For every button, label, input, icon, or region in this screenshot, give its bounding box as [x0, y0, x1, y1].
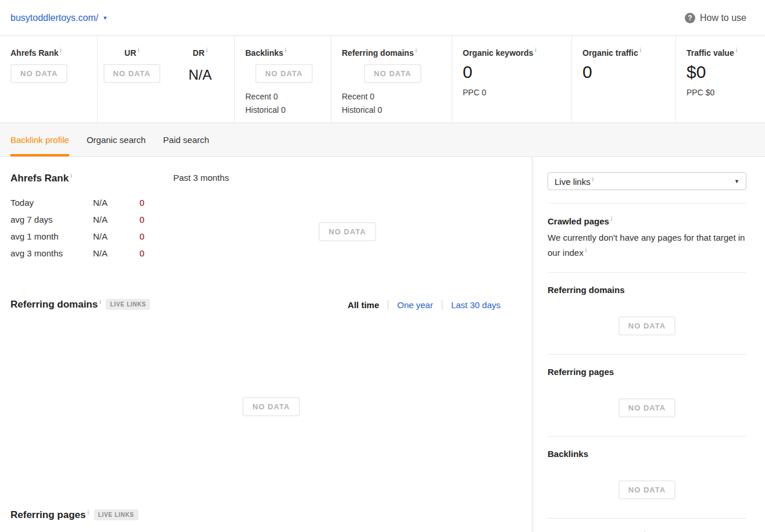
sidebar-backlinks-section: Backlinks NO DATA — [548, 437, 746, 499]
ppc-line: PPC $0 — [687, 88, 757, 97]
domain-selector[interactable]: busytoddlertoys.com/ ▼ — [10, 13, 108, 23]
info-icon[interactable]: i — [592, 176, 594, 183]
row-count: 0 — [140, 194, 144, 211]
report-tabs: Backlink profile Organic search Paid sea… — [0, 123, 765, 157]
tab-paid-search[interactable]: Paid search — [163, 123, 209, 156]
how-to-use-label: How to use — [700, 13, 746, 23]
site-explorer-page: busytoddlertoys.com/ ▼ ? How to use Ahre… — [0, 0, 765, 532]
row-label: avg 7 days — [10, 211, 93, 228]
info-icon[interactable]: i — [611, 216, 612, 222]
info-icon[interactable]: i — [736, 47, 737, 53]
metric-ur: URi NO DATA — [98, 47, 166, 123]
ppc-line: PPC 0 — [463, 88, 563, 97]
chart-period-label: Past 3 months — [173, 173, 229, 184]
main-column: Ahrefs Ranki Past 3 months Today N/A 0 a… — [0, 157, 532, 532]
row-label: avg 3 months — [10, 245, 93, 262]
info-icon[interactable]: i — [70, 173, 72, 179]
info-icon[interactable]: i — [206, 47, 208, 53]
table-row: avg 1 month N/A 0 — [10, 228, 163, 245]
referring-domains-chart-area: NO DATA — [10, 310, 532, 502]
info-icon[interactable]: i — [60, 47, 61, 53]
no-data-badge: NO DATA — [255, 64, 312, 83]
historical-line: Historical 0 — [342, 103, 444, 117]
live-links-badge: LIVE LINKS — [106, 299, 150, 310]
chevron-down-icon: ▼ — [734, 178, 739, 184]
referring-pages-section: Referring pagesiLIVE LINKS — [10, 509, 532, 521]
section-title: Referring domains — [10, 299, 98, 310]
metric-referring-domains: Referring domainsi NO DATA Recent 0 Hist… — [331, 36, 452, 123]
info-icon[interactable]: i — [99, 299, 101, 305]
row-value: N/A — [93, 228, 140, 245]
no-data-badge: NO DATA — [364, 64, 421, 83]
info-icon[interactable]: i — [640, 47, 641, 53]
section-title: Ahrefs Rank — [10, 173, 69, 184]
metric-label: Ahrefs Ranki — [10, 47, 89, 58]
sidebar-referring-domains-section: Referring domains NO DATA — [548, 273, 746, 335]
row-value: N/A — [93, 245, 140, 262]
metric-ur-dr: URi NO DATA DRi N/A — [98, 36, 235, 123]
row-count: 0 — [140, 228, 144, 245]
metric-backlinks: Backlinksi NO DATA Recent 0 Historical 0 — [235, 36, 331, 123]
recent-line: Recent 0 — [245, 90, 323, 103]
row-count: 0 — [140, 211, 144, 228]
filter-separator — [442, 300, 442, 310]
empty-index-message: We currently don't have any pages for th… — [548, 231, 746, 259]
row-count: 0 — [140, 245, 144, 262]
row-label: Today — [10, 194, 93, 211]
crawled-pages-section: Crawled pagesi We currently don't have a… — [548, 203, 746, 259]
row-label: avg 1 month — [10, 228, 93, 245]
row-value: N/A — [93, 194, 140, 211]
info-icon[interactable]: i — [416, 47, 417, 53]
help-icon: ? — [685, 13, 695, 23]
no-data-badge: NO DATA — [319, 222, 376, 241]
live-links-select[interactable]: Live linksi ▼ — [548, 172, 746, 190]
metric-dr: DRi N/A — [166, 47, 235, 123]
filter-all-time[interactable]: All time — [348, 300, 379, 310]
info-icon[interactable]: i — [535, 47, 536, 53]
table-row: avg 7 days N/A 0 — [10, 211, 163, 228]
no-data-badge: NO DATA — [242, 397, 299, 416]
tab-organic-search[interactable]: Organic search — [87, 123, 146, 156]
no-data-badge: NO DATA — [103, 64, 160, 83]
tab-backlink-profile[interactable]: Backlink profile — [10, 123, 69, 156]
section-title: Backlinks — [548, 449, 746, 459]
sidebar: Live linksi ▼ Crawled pagesi We currentl… — [532, 157, 765, 532]
no-data-badge: NO DATA — [619, 480, 675, 499]
section-title: Crawled pagesi — [548, 216, 746, 226]
metric-label: Referring domainsi — [342, 47, 444, 58]
metric-ahrefs-rank: Ahrefs Ranki NO DATA — [0, 36, 98, 123]
filter-last-30-days[interactable]: Last 30 days — [451, 300, 501, 310]
filter-separator — [388, 300, 388, 310]
recent-line: Recent 0 — [342, 90, 444, 103]
section-title: Referring pages — [10, 509, 85, 520]
live-links-badge: LIVE LINKS — [94, 509, 138, 520]
metric-traffic-value: Traffic valuei $0 PPC $0 — [676, 36, 765, 123]
metric-label: Organic traffici — [582, 47, 667, 58]
metric-organic-keywords: Organic keywordsi 0 PPC 0 — [452, 36, 572, 123]
metric-label: Traffic valuei — [687, 47, 757, 58]
info-icon[interactable]: i — [285, 47, 286, 53]
ahrefs-rank-chart-area: NO DATA — [163, 194, 532, 269]
select-value: Live links — [555, 177, 591, 187]
filter-one-year[interactable]: One year — [397, 300, 433, 310]
no-data-badge: NO DATA — [619, 316, 675, 335]
content: Ahrefs Ranki Past 3 months Today N/A 0 a… — [0, 157, 765, 532]
time-range-filters: All time One year Last 30 days — [348, 300, 501, 310]
metric-sublines: Recent 0 Historical 0 — [245, 90, 323, 117]
ahrefs-rank-section: Ahrefs Ranki Past 3 months Today N/A 0 a… — [10, 173, 532, 269]
metrics-row: Ahrefs Ranki NO DATA URi NO DATA DRi N/A… — [0, 36, 765, 123]
metric-label: DRi — [166, 47, 235, 58]
metric-value: N/A — [166, 67, 235, 83]
info-icon[interactable]: i — [87, 509, 88, 516]
metric-value: 0 — [463, 62, 563, 82]
historical-line: Historical 0 — [245, 103, 323, 117]
metric-sublines: Recent 0 Historical 0 — [342, 90, 444, 117]
info-icon[interactable]: i — [138, 47, 139, 53]
info-icon[interactable]: i — [585, 247, 587, 253]
how-to-use-link[interactable]: ? How to use — [685, 13, 746, 23]
sidebar-referring-pages-section: Referring pages NO DATA — [548, 355, 746, 417]
table-row: Today N/A 0 — [10, 194, 163, 211]
url-rating-distribution-section: URL rating distributioni — [548, 519, 746, 532]
chevron-down-icon: ▼ — [102, 15, 108, 21]
no-data-badge: NO DATA — [10, 64, 67, 83]
